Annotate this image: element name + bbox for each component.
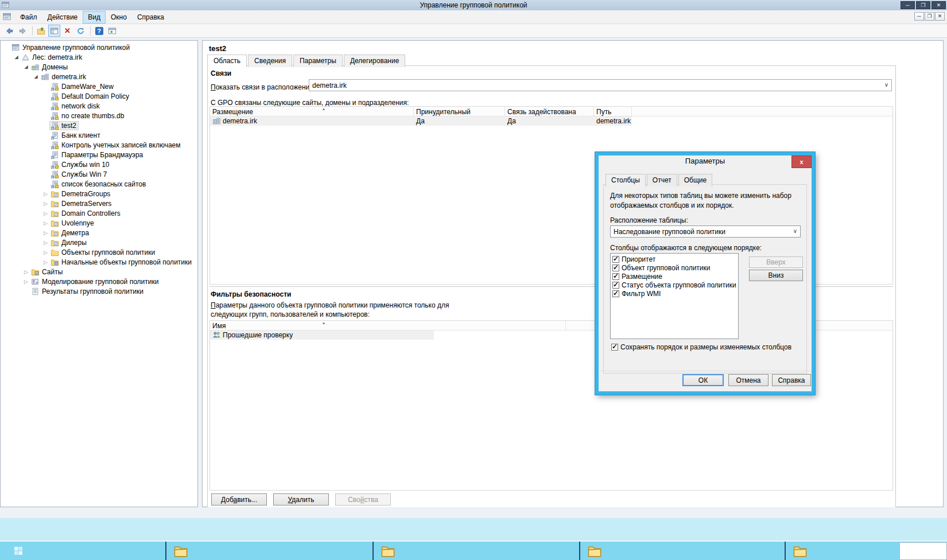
dialog-tab-отчет[interactable]: Отчет xyxy=(647,174,677,186)
tree-node[interactable]: Управление групповой политикой xyxy=(10,43,132,52)
collapsed-arrow-icon[interactable]: ▷ xyxy=(42,259,49,265)
tree-node[interactable]: Банк клиент xyxy=(49,131,103,140)
taskbar-item[interactable] xyxy=(165,542,372,560)
tab-область[interactable]: Область xyxy=(207,55,247,67)
table-row[interactable]: Прошедшие проверку xyxy=(210,330,434,340)
refresh-button[interactable] xyxy=(75,25,87,37)
location-combobox[interactable]: demetra.irk ∨ xyxy=(309,79,892,91)
column-header[interactable]: Имя xyxy=(210,321,566,330)
tree-item[interactable]: no create thumbs.db xyxy=(1,111,197,120)
taskbar-item[interactable] xyxy=(579,542,785,560)
tree-item[interactable]: ▷DemetraServers xyxy=(1,199,197,208)
restore-button[interactable]: ❐ xyxy=(916,1,930,9)
tree-item[interactable]: Управление групповой политикой xyxy=(1,42,197,52)
tree-node[interactable]: Деметра xyxy=(49,228,91,238)
tree-item[interactable]: ▷Сайты xyxy=(1,267,197,277)
column-checkbox[interactable] xyxy=(612,290,619,297)
column-header[interactable]: Принудительный xyxy=(414,107,505,116)
column-list-item[interactable]: Статус объекта групповой политики xyxy=(612,281,738,289)
table-location-select[interactable]: Наследование групповой политики ∨ xyxy=(610,225,801,238)
tree-item[interactable]: ▷Деметра xyxy=(1,228,197,238)
tree-node[interactable]: Параметры Брандмауэра xyxy=(49,150,145,160)
column-list-item[interactable]: Объект групповой политики xyxy=(612,263,738,272)
columns-listbox[interactable]: ПриоритетОбъект групповой политикиРазмещ… xyxy=(610,253,739,339)
save-order-row[interactable]: Сохранять порядок и размеры изменяемых с… xyxy=(611,343,791,351)
add-button[interactable]: Добавить... xyxy=(211,493,267,505)
panel-view-button[interactable] xyxy=(48,25,60,37)
tree-node[interactable]: Дилеры xyxy=(49,238,89,247)
column-header[interactable]: Размещение xyxy=(210,107,414,116)
back-button[interactable] xyxy=(3,25,15,37)
tab-делегирование[interactable]: Делегирование xyxy=(344,55,405,67)
help-button[interactable]: Справка xyxy=(772,374,811,386)
collapsed-arrow-icon[interactable]: ▷ xyxy=(42,230,49,236)
column-checkbox[interactable] xyxy=(612,282,619,289)
tree-node[interactable]: Default Domain Policy xyxy=(49,92,131,101)
tree-item[interactable]: Параметры Брандмауэра xyxy=(1,150,197,160)
tree-item[interactable]: ▷DemetraGroups xyxy=(1,189,197,199)
tree-node[interactable]: Domain Controllers xyxy=(49,209,123,218)
column-checkbox[interactable] xyxy=(612,265,619,271)
menu-окно[interactable]: Окно xyxy=(106,11,132,24)
tree-item[interactable]: Результаты групповой политики xyxy=(1,286,197,296)
dialog-tab-столбцы[interactable]: Столбцы xyxy=(606,174,646,186)
tree-item[interactable]: ▷Моделирование групповой политики xyxy=(1,277,197,286)
child-restore-button[interactable]: ❐ xyxy=(925,12,934,21)
tab-параметры[interactable]: Параметры xyxy=(293,55,343,67)
tree-item[interactable]: test2 xyxy=(1,120,197,130)
collapsed-arrow-icon[interactable]: ▷ xyxy=(42,250,49,255)
minimize-button[interactable]: ─ xyxy=(901,1,915,9)
move-down-button[interactable]: Вниз xyxy=(749,270,803,281)
tree-item[interactable]: ◢Домены xyxy=(1,62,197,72)
help-button[interactable]: ? xyxy=(93,25,105,37)
menu-вид[interactable]: Вид xyxy=(83,11,106,24)
show-console-tree-button[interactable] xyxy=(35,25,47,37)
tree-node[interactable]: Объекты групповой политики xyxy=(49,248,157,257)
tree-node[interactable]: test2 xyxy=(49,121,79,130)
tree-node[interactable]: DemetraServers xyxy=(49,199,114,208)
tree-item[interactable]: список безопасных сайтов xyxy=(1,179,197,189)
tree-node[interactable]: Результаты групповой политики xyxy=(30,287,146,296)
tree-item[interactable]: Контроль учетных записей включаем xyxy=(1,140,197,150)
tree-node[interactable]: Службы Win 7 xyxy=(49,170,109,179)
menu-справка[interactable]: Справка xyxy=(132,11,169,24)
column-list-item[interactable]: Приоритет xyxy=(612,255,738,263)
tree-node[interactable]: список безопасных сайтов xyxy=(49,180,148,189)
tree-node[interactable]: Сайты xyxy=(30,267,65,277)
collapsed-arrow-icon[interactable]: ▷ xyxy=(22,269,30,275)
collapsed-arrow-icon[interactable]: ▷ xyxy=(42,201,49,207)
save-order-checkbox[interactable] xyxy=(611,344,618,351)
tree-item[interactable]: DameWare_New xyxy=(1,81,197,91)
column-list-item[interactable]: Размещение xyxy=(612,272,738,281)
tree-item[interactable]: network disk xyxy=(1,101,197,111)
tree-node[interactable]: Uvolennye xyxy=(49,219,96,228)
move-up-button[interactable]: Вверх xyxy=(749,256,803,268)
tree-node[interactable]: demetra.irk xyxy=(40,72,88,81)
collapsed-arrow-icon[interactable]: ▷ xyxy=(42,240,49,246)
dialog-close-button[interactable]: x xyxy=(791,155,812,168)
forward-button[interactable] xyxy=(17,25,29,37)
tree-item[interactable]: ◢Лес: demetra.irk xyxy=(1,52,197,62)
taskbar-corner[interactable] xyxy=(899,542,947,560)
expanded-arrow-icon[interactable]: ◢ xyxy=(22,64,30,69)
tree-item[interactable]: ▷Объекты групповой политики xyxy=(1,247,197,257)
column-header[interactable]: Связь задействована xyxy=(505,107,594,116)
tree-item[interactable]: Default Domain Policy xyxy=(1,91,197,101)
remove-button[interactable]: Удалить xyxy=(273,493,329,505)
tree-item[interactable]: Службы Win 7 xyxy=(1,169,197,179)
column-list-item[interactable]: Фильтр WMI xyxy=(612,289,738,298)
collapsed-arrow-icon[interactable]: ▷ xyxy=(42,191,49,197)
cancel-button[interactable]: Отмена xyxy=(728,374,769,386)
tree-item[interactable]: ▷Начальные объекты групповой политики xyxy=(1,257,197,267)
tree-node[interactable]: Контроль учетных записей включаем xyxy=(49,141,183,150)
tree-node[interactable]: Домены xyxy=(30,63,70,72)
tree-node[interactable]: Лес: demetra.irk xyxy=(20,53,84,62)
collapsed-arrow-icon[interactable]: ▷ xyxy=(42,220,49,226)
column-checkbox[interactable] xyxy=(612,273,619,280)
tree-item[interactable]: ▷Domain Controllers xyxy=(1,208,197,218)
menu-действие[interactable]: Действие xyxy=(42,11,83,24)
tree-node[interactable]: Службы win 10 xyxy=(49,160,111,169)
taskbar-item[interactable] xyxy=(372,542,579,560)
tree-node[interactable]: DemetraGroups xyxy=(49,189,112,199)
tab-сведения[interactable]: Сведения xyxy=(248,55,292,67)
